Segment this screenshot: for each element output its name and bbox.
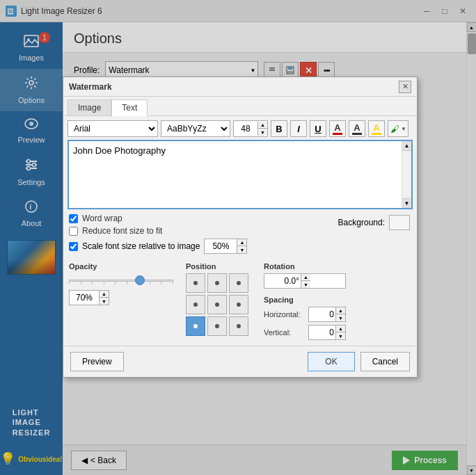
font-size-down[interactable]: ▼ [257, 129, 267, 136]
tab-image[interactable]: Image [68, 99, 111, 115]
cancel-button[interactable]: Cancel [360, 352, 410, 371]
sidebar-item-options[interactable]: Options [0, 69, 63, 111]
tick [69, 282, 70, 284]
scroll-down-button[interactable]: ▼ [467, 465, 477, 475]
sidebar-item-preview[interactable]: Preview [0, 111, 63, 151]
ok-button[interactable]: OK [308, 352, 354, 371]
app-title: Light Image Resizer 6 [21, 6, 419, 16]
sidebar-logo: LIGHT IMAGE RESIZER [7, 399, 56, 446]
pos-btn-bottomcenter[interactable] [207, 316, 227, 336]
text-color2-bar [352, 133, 362, 135]
text-color-bar [333, 133, 342, 135]
paint-bucket-button[interactable]: 🖌 ▼ [388, 120, 408, 137]
h-spinners: ▲ ▼ [335, 307, 345, 321]
pos-btn-bottomright[interactable] [229, 316, 248, 336]
horizontal-field[interactable] [309, 307, 335, 321]
word-wrap-label: Word wrap [82, 214, 122, 223]
scroll-up-button[interactable]: ▲ [467, 22, 477, 32]
preview-button[interactable]: Preview [70, 352, 124, 371]
back-button[interactable]: ◀ < Back [71, 451, 127, 470]
background-label: Background: [338, 218, 385, 227]
position-group: Position [186, 262, 248, 340]
pos-btn-middlecenter[interactable] [207, 295, 227, 314]
underline-button[interactable]: U [310, 120, 326, 137]
text-color-button[interactable]: A [329, 120, 346, 137]
spacing-group: Spacing Horizontal: ▲ ▼ [264, 296, 346, 340]
italic-button[interactable]: I [290, 120, 307, 137]
process-button[interactable]: Process [392, 451, 458, 470]
tab-image-label: Image [78, 103, 101, 113]
tick [115, 282, 116, 284]
slider-ticks [69, 282, 173, 284]
scale-font-checkbox[interactable] [69, 242, 78, 251]
ok-cancel-buttons: OK Cancel [308, 352, 410, 371]
svg-point-10 [27, 160, 31, 163]
word-wrap-checkbox[interactable] [69, 214, 78, 223]
tick [81, 282, 81, 284]
opacity-slider[interactable] [69, 273, 173, 287]
svg-point-6 [29, 122, 33, 126]
logo-line2: IMAGE [13, 417, 51, 427]
slider-thumb[interactable] [135, 275, 145, 285]
scale-up[interactable]: ▲ [237, 239, 246, 246]
horizontal-up[interactable]: ▲ [335, 307, 345, 314]
font-preview-select[interactable]: AaBbYyZz [161, 120, 230, 137]
pos-btn-topcenter[interactable] [207, 273, 227, 293]
scale-down[interactable]: ▼ [237, 246, 246, 253]
text-color3-button[interactable]: A [368, 120, 385, 137]
text-scroll-up[interactable]: ▲ [402, 141, 411, 151]
sidebar-item-images[interactable]: Images 1 [0, 28, 63, 69]
pos-btn-middleright[interactable] [229, 295, 248, 314]
vertical-up[interactable]: ▲ [335, 325, 345, 332]
title-bar-controls: ─ □ ✕ [419, 3, 470, 19]
vertical-down[interactable]: ▼ [335, 332, 345, 339]
font-size-field[interactable] [234, 122, 257, 136]
pos-btn-topleft[interactable] [186, 273, 205, 293]
scale-font-row: Scale font size relative to image ▲ ▼ [69, 239, 411, 254]
sidebar-item-about[interactable]: i About [0, 193, 63, 234]
rotation-field[interactable] [264, 274, 301, 288]
close-button[interactable]: ✕ [455, 3, 470, 19]
settings-icon [24, 158, 38, 175]
text-scrollbar: ▲ ▼ [402, 141, 411, 208]
opacity-up[interactable]: ▲ [99, 291, 109, 298]
back-chevron: ◀ [81, 456, 88, 465]
sidebar-item-settings[interactable]: Settings [0, 151, 63, 193]
rotation-down[interactable]: ▼ [301, 281, 310, 288]
opacity-down[interactable]: ▼ [99, 298, 109, 305]
pos-btn-bottomleft[interactable] [186, 316, 205, 336]
pos-btn-middleleft[interactable] [186, 295, 205, 314]
rotation-up[interactable]: ▲ [301, 274, 310, 281]
font-size-up[interactable]: ▲ [257, 122, 267, 129]
opacity-field[interactable] [70, 291, 99, 305]
paint-icon: 🖌 [390, 124, 399, 134]
reduce-font-checkbox[interactable] [69, 227, 78, 236]
scale-font-field[interactable] [205, 239, 237, 253]
vertical-field[interactable] [309, 325, 335, 339]
text-color2-button[interactable]: A [349, 120, 365, 137]
text-color3-bar [372, 133, 381, 135]
images-icon [24, 35, 39, 51]
scroll-thumb[interactable] [468, 33, 476, 54]
horizontal-down[interactable]: ▼ [335, 314, 345, 321]
svg-rect-20 [287, 71, 293, 74]
opacity-spinners: ▲ ▼ [99, 291, 109, 305]
svg-rect-15 [269, 67, 275, 68]
font-toolbar: Arial AaBbYyZz ▲ ▼ B I U A [63, 116, 417, 140]
maximize-button[interactable]: □ [437, 3, 452, 19]
sidebar-label-about: About [22, 219, 42, 227]
minimize-button[interactable]: ─ [419, 3, 434, 19]
modal-close-button[interactable]: ✕ [399, 81, 411, 93]
bold-button[interactable]: B [271, 120, 287, 137]
text-scroll-down[interactable]: ▼ [402, 198, 411, 208]
title-bar: 🖼 Light Image Resizer 6 ─ □ ✕ [0, 0, 476, 22]
tab-text[interactable]: Text [111, 99, 148, 116]
tab-text-label: Text [122, 103, 137, 113]
watermark-dialog: Watermark ✕ Image Text Arial AaBbYyZz [63, 77, 418, 378]
watermark-text-area[interactable]: John Doe Photography [69, 141, 402, 208]
font-name-select[interactable]: Arial [68, 120, 158, 137]
reduce-font-label: Reduce font size to fit [82, 226, 162, 236]
background-color-box[interactable] [389, 215, 410, 230]
pos-btn-topright[interactable] [229, 273, 248, 293]
page-title: Options [74, 31, 455, 47]
